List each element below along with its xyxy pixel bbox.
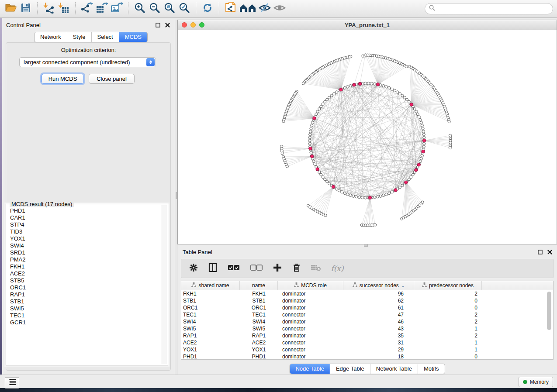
new-network-from-selection-button[interactable]: [223, 1, 238, 16]
mcds-result-item[interactable]: SWI4: [7, 242, 160, 249]
export-image-icon: [111, 2, 123, 15]
table-row[interactable]: STB1STB1dominator620: [181, 297, 553, 304]
column-header-predecessor-nodes[interactable]: predecessor nodes: [414, 281, 482, 290]
save-button[interactable]: [18, 1, 33, 16]
mcds-result-item[interactable]: PMA2: [7, 256, 160, 263]
import-network-button[interactable]: [42, 1, 56, 16]
splitter-grip[interactable]: [176, 192, 177, 199]
float-panel-button[interactable]: [155, 22, 161, 28]
table-row[interactable]: ACE2ACE2connector311: [181, 339, 553, 346]
table-toolbar: f(x): [181, 259, 554, 278]
mcds-result-item[interactable]: YOX1: [7, 235, 160, 242]
table-row[interactable]: SWI4SWI4dominator462: [181, 318, 553, 325]
mcds-result-item[interactable]: TEC1: [7, 312, 160, 319]
zoom-fit-button[interactable]: [162, 1, 177, 16]
task-list-icon: [8, 378, 16, 387]
delete-column-button[interactable]: [291, 263, 302, 274]
add-column-button[interactable]: [272, 263, 283, 274]
tab-network[interactable]: Network: [35, 32, 67, 42]
show-graphics-details-button[interactable]: [272, 1, 287, 16]
tab-mcds[interactable]: MCDS: [119, 32, 147, 42]
desktop-wallpaper-bottom: [0, 388, 557, 392]
mcds-result-item[interactable]: RAP1: [7, 291, 160, 298]
column-menu-icon[interactable]: ⌄: [401, 283, 405, 288]
table-cell: SWI4: [181, 319, 240, 325]
run-mcds-button[interactable]: Run MCDS: [42, 74, 84, 84]
mcds-result-item[interactable]: STB1: [7, 298, 160, 305]
column-header-shared-name[interactable]: shared name: [181, 281, 240, 290]
mcds-result-item[interactable]: TID3: [7, 228, 160, 235]
table-cell: RAP1: [240, 333, 278, 339]
refresh-view-button[interactable]: [200, 1, 215, 16]
table-row[interactable]: SWI5SWI5connector431: [181, 325, 553, 332]
select-all-button[interactable]: [227, 263, 241, 274]
first-neighbors-button[interactable]: [238, 1, 257, 16]
zoom-out-button[interactable]: [147, 1, 162, 16]
column-header-successor-nodes[interactable]: successor nodes⌄: [343, 281, 414, 290]
maximize-window-button[interactable]: [199, 22, 204, 28]
mcds-result-item[interactable]: SRD1: [7, 249, 160, 256]
zoom-in-button[interactable]: [132, 1, 147, 16]
table-row[interactable]: ORC1ORC1dominator610: [181, 304, 553, 311]
tab-edge-table[interactable]: Edge Table: [330, 364, 370, 374]
network-window-titlebar[interactable]: YPA_prune.txt_1: [178, 20, 557, 30]
zoom-selected-button[interactable]: [177, 1, 192, 16]
table-row[interactable]: YOX1YOX1connector291: [181, 346, 553, 353]
show-columns-button[interactable]: [208, 263, 218, 274]
close-window-button[interactable]: [182, 22, 187, 28]
mcds-list-scrollbar[interactable]: [161, 205, 167, 364]
close-table-panel-button[interactable]: [547, 249, 553, 255]
minimize-window-button[interactable]: [190, 22, 196, 28]
table-row[interactable]: PHD1PHD1dominator180: [181, 353, 553, 360]
export-image-button[interactable]: [109, 1, 124, 16]
hide-graphics-details-button[interactable]: [257, 1, 272, 16]
table-cell: 2: [414, 291, 482, 297]
mcds-result-item[interactable]: ORC1: [7, 284, 160, 291]
criterion-select[interactable]: largest connected component (undirected): [19, 57, 156, 67]
mcds-result-item[interactable]: CAR1: [7, 214, 160, 221]
table-scrollbar[interactable]: [547, 292, 552, 358]
table-cell: 2: [414, 312, 482, 318]
tab-select[interactable]: Select: [91, 32, 119, 42]
column-header-name[interactable]: name: [240, 281, 278, 290]
table-row[interactable]: RAP1RAP1dominator352: [181, 332, 553, 339]
tab-motifs[interactable]: Motifs: [418, 364, 445, 374]
delete-table-button[interactable]: [311, 263, 321, 274]
toolbar-separator: [75, 2, 76, 15]
memory-button[interactable]: Memory: [519, 377, 553, 387]
column-header-mcds-role[interactable]: MCDS role: [278, 281, 343, 290]
close-panel-button[interactable]: [164, 22, 170, 28]
table-cell: connector: [278, 340, 343, 346]
deselect-all-button[interactable]: [249, 263, 263, 274]
mcds-result-item[interactable]: FKH1: [7, 263, 160, 270]
function-builder-button[interactable]: f(x): [330, 263, 345, 274]
search-box[interactable]: [425, 3, 553, 14]
table-scrollbar-thumb[interactable]: [547, 292, 551, 330]
table-settings-button[interactable]: [188, 263, 199, 274]
mcds-result-item[interactable]: SWI5: [7, 305, 160, 312]
tab-node-table[interactable]: Node Table: [290, 364, 330, 374]
export-network-button[interactable]: [80, 1, 94, 16]
float-table-panel-button[interactable]: [537, 249, 543, 255]
export-table-button[interactable]: [94, 1, 109, 16]
close-panel-action-button[interactable]: Close panel: [89, 74, 135, 84]
tab-style[interactable]: Style: [67, 32, 91, 42]
import-table-button[interactable]: [56, 1, 71, 16]
table-panel: Table Panel f(x) shared namenameMCDS rol…: [177, 247, 557, 375]
tab-network-table[interactable]: Network Table: [370, 364, 418, 374]
table-row[interactable]: TEC1TEC1connector472: [181, 311, 553, 318]
open-button[interactable]: [3, 1, 18, 16]
mcds-result-item[interactable]: STP4: [7, 221, 160, 228]
mcds-result-item[interactable]: STB5: [7, 277, 160, 284]
memory-label: Memory: [530, 379, 549, 385]
mcds-result-item[interactable]: PHD1: [7, 207, 160, 214]
mcds-result-item[interactable]: ACE2: [7, 270, 160, 277]
table-cell: STB1: [240, 298, 278, 304]
table-body: FKH1FKH1dominator962STB1STB1dominator620…: [181, 290, 553, 360]
task-history-button[interactable]: [5, 377, 19, 389]
table-row[interactable]: FKH1FKH1dominator962: [181, 290, 553, 297]
mcds-result-item[interactable]: GCR1: [7, 319, 160, 326]
table-cell: FKH1: [240, 291, 278, 297]
network-graph[interactable]: [178, 30, 557, 244]
search-input[interactable]: [435, 6, 553, 12]
